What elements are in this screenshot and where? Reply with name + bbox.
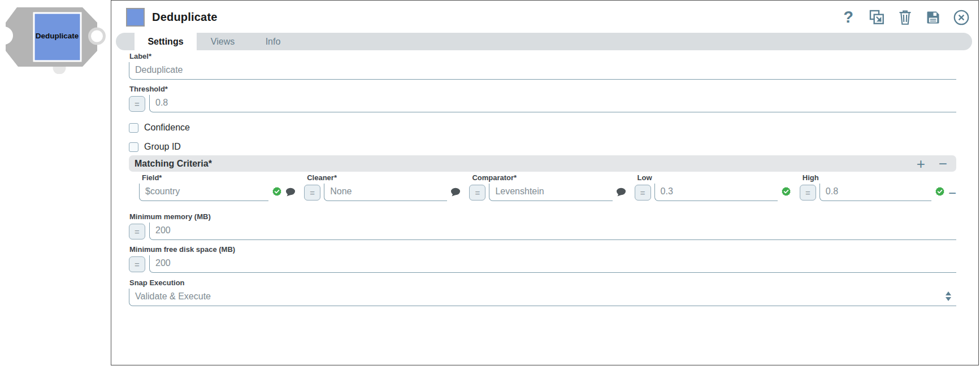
tab-settings[interactable]: Settings	[135, 33, 197, 50]
label-field-label: Label*	[129, 52, 956, 61]
tab-views[interactable]: Views	[197, 33, 249, 50]
snap-execution-label: Snap Execution	[129, 278, 956, 287]
snap-settings-dialog: Deduplicate ?	[111, 0, 979, 365]
popout-icon	[869, 9, 885, 25]
label-input[interactable]: Deduplicate	[129, 62, 956, 80]
high-input[interactable]: 0.8	[819, 184, 931, 201]
snap-type-icon	[126, 8, 145, 27]
settings-form: Label* Deduplicate Threshold* = 0.8 Conf…	[111, 50, 978, 306]
matching-criteria-title: Matching Criteria*	[135, 159, 212, 169]
threshold-field-group: Threshold* = 0.8	[129, 85, 956, 112]
tab-settings-label: Settings	[148, 37, 183, 47]
minimum-free-disk-group: Minimum free disk space (MB) = 200	[129, 245, 956, 273]
minimum-memory-label: Minimum memory (MB)	[129, 212, 956, 221]
matching-criteria-row: Field* $country	[129, 173, 956, 201]
snap-node-label: Deduplicate	[36, 32, 79, 40]
add-row-button[interactable]: +	[917, 156, 925, 171]
group-id-checkbox[interactable]	[129, 142, 138, 152]
minimum-free-disk-expression-toggle[interactable]: =	[129, 256, 145, 272]
comparator-column: Comparator* = Levenshtein	[469, 173, 626, 201]
low-expression-toggle[interactable]: =	[635, 185, 651, 201]
confidence-checkbox[interactable]	[129, 123, 138, 133]
confidence-row: Confidence	[129, 123, 956, 133]
pipeline-canvas: Deduplicate	[0, 0, 111, 366]
label-field-group: Label* Deduplicate	[129, 52, 956, 80]
remove-row-button[interactable]: −	[939, 156, 947, 171]
comparator-input[interactable]: Levenshtein	[489, 184, 612, 201]
low-column-label: Low	[638, 173, 791, 182]
threshold-expression-toggle[interactable]: =	[129, 96, 145, 112]
field-column-label: Field*	[142, 173, 296, 182]
snap-execution-value: Validate & Execute	[135, 291, 211, 302]
cleaner-column: Cleaner* = None	[304, 173, 461, 201]
low-column: Low = 0.3	[635, 173, 791, 201]
help-button[interactable]: ?	[840, 9, 857, 26]
field-suggest-bubble-icon[interactable]	[285, 188, 296, 199]
save-button[interactable]	[925, 9, 942, 26]
comparator-suggest-bubble-icon[interactable]	[616, 188, 626, 199]
snap-execution-group: Snap Execution Validate & Execute	[129, 278, 956, 306]
tab-bar: Settings Views Info	[116, 33, 972, 50]
minimum-memory-input[interactable]: 200	[149, 223, 956, 240]
threshold-field-label: Threshold*	[129, 85, 956, 94]
dialog-toolbar: ?	[840, 9, 970, 26]
comparator-column-label: Comparator*	[472, 173, 626, 182]
cleaner-suggest-bubble-icon[interactable]	[450, 188, 461, 199]
low-valid-badge-icon	[781, 186, 791, 199]
confidence-label: Confidence	[144, 123, 190, 133]
threshold-input[interactable]: 0.8	[149, 95, 956, 112]
delete-button[interactable]	[896, 9, 913, 26]
help-icon: ?	[843, 9, 853, 25]
tab-info-label: Info	[266, 37, 281, 47]
minimum-free-disk-input[interactable]: 200	[149, 255, 956, 273]
minimum-memory-expression-toggle[interactable]: =	[129, 224, 145, 239]
trash-icon	[897, 9, 913, 25]
snap-node[interactable]: Deduplicate	[1, 3, 109, 74]
matching-criteria-header: Matching Criteria* + −	[129, 155, 956, 172]
cleaner-column-label: Cleaner*	[307, 173, 461, 182]
cleaner-input[interactable]: None	[324, 184, 447, 201]
high-column: High = 0.8 −	[800, 173, 956, 201]
select-spinner-icon	[946, 291, 953, 301]
group-id-label: Group ID	[144, 142, 181, 152]
field-valid-badge-icon	[272, 186, 282, 199]
dialog-title: Deduplicate	[152, 11, 218, 24]
field-input[interactable]: $country	[139, 184, 268, 201]
close-button[interactable]	[953, 9, 970, 26]
save-icon	[925, 10, 941, 25]
close-icon	[953, 9, 970, 26]
low-input[interactable]: 0.3	[654, 184, 778, 201]
comparator-expression-toggle[interactable]: =	[469, 185, 485, 201]
group-id-row: Group ID	[129, 142, 956, 152]
popout-button[interactable]	[868, 9, 885, 26]
minimum-memory-group: Minimum memory (MB) = 200	[129, 212, 956, 240]
field-column: Field* $country	[139, 173, 296, 201]
high-valid-badge-icon	[935, 186, 945, 199]
delete-criteria-row-button[interactable]: −	[948, 188, 956, 199]
high-column-label: High	[803, 173, 956, 182]
tab-info[interactable]: Info	[249, 33, 297, 50]
snap-shape-icon: Deduplicate	[1, 3, 109, 74]
minimum-free-disk-label: Minimum free disk space (MB)	[129, 245, 956, 254]
dialog-header: Deduplicate ?	[111, 1, 978, 27]
cleaner-expression-toggle[interactable]: =	[304, 185, 320, 201]
high-expression-toggle[interactable]: =	[800, 185, 816, 201]
tab-views-label: Views	[211, 37, 235, 47]
snap-execution-select[interactable]: Validate & Execute	[129, 289, 956, 306]
tab-bar-left-cap	[116, 33, 135, 50]
